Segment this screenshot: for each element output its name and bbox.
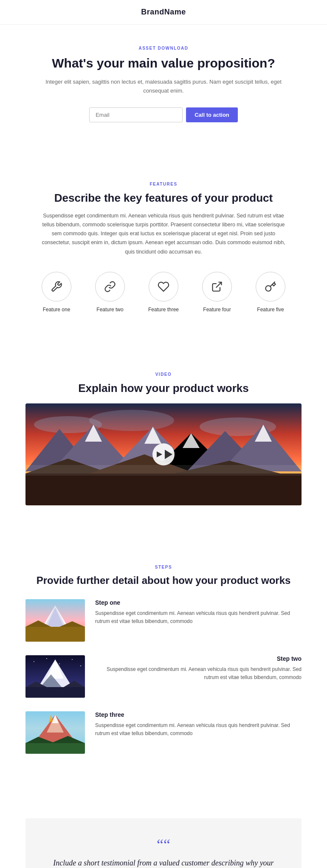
video-section: VIDEO Explain how your product works	[0, 355, 327, 522]
header-brand: BrandName	[141, 8, 186, 17]
step-2-image	[25, 655, 85, 698]
hero-tag: ASSET DOWNLOAD	[42, 46, 285, 51]
hero-subtitle: Integer elit sapien, sagittis non lectus…	[42, 78, 285, 96]
svg-point-32	[72, 659, 73, 660]
feature-item-4: Feature four	[194, 272, 240, 313]
svg-point-30	[46, 658, 47, 659]
wrench-icon	[51, 281, 62, 293]
svg-point-29	[34, 661, 34, 662]
heart-icon	[158, 281, 169, 293]
svg-marker-20	[157, 451, 162, 457]
quote-icon: ““	[51, 837, 276, 852]
video-tag: VIDEO	[25, 372, 302, 377]
feature-label-1: Feature one	[43, 307, 70, 313]
features-title: Describe the key features of your produc…	[25, 192, 302, 205]
feature-icon-circle-3	[149, 272, 178, 302]
step-1-desc: Suspendisse eget condimentum mi. Aenean …	[95, 609, 302, 626]
testimonial-section: ““ Include a short testimonial from a va…	[25, 818, 302, 868]
feature-item-2: Feature two	[87, 272, 133, 313]
hero-section: ASSET DOWNLOAD What's your main value pr…	[0, 25, 327, 139]
step-1-image	[25, 599, 85, 642]
feature-label-2: Feature two	[96, 307, 123, 313]
step-3: Step three Suspendisse eget condimentum …	[25, 711, 302, 754]
steps-section: STEPS Provide further detail about how y…	[0, 548, 327, 784]
svg-point-33	[80, 665, 81, 666]
svg-rect-15	[25, 473, 302, 505]
feature-icon-circle-4	[202, 272, 232, 302]
svg-line-0	[216, 282, 222, 287]
steps-title: Provide further detail about how your pr…	[25, 575, 302, 586]
external-link-icon	[211, 281, 223, 293]
features-section: FEATURES Describe the key features of yo…	[0, 165, 327, 330]
feature-icon-circle-5	[256, 272, 285, 302]
feature-icon-circle-2	[95, 272, 125, 302]
hero-title: What's your main value proposition?	[42, 56, 285, 71]
feature-icon-circle-1	[42, 272, 71, 302]
svg-rect-19	[25, 465, 302, 476]
step-1-landscape	[25, 599, 85, 642]
features-grid: Feature one Feature two Feature three	[25, 272, 302, 313]
play-button[interactable]	[152, 443, 175, 465]
email-input[interactable]	[89, 107, 183, 122]
step-1: Step one Suspendisse eget condimentum mi…	[25, 599, 302, 642]
header: BrandName	[0, 0, 327, 25]
step-1-title: Step one	[95, 599, 302, 606]
steps-tag: STEPS	[25, 565, 302, 569]
step-2-landscape	[25, 655, 85, 698]
steps-header: STEPS Provide further detail about how y…	[25, 565, 302, 586]
features-description: Suspendisse eget condimentum mi. Aenean …	[40, 211, 287, 256]
features-tag: FEATURES	[25, 182, 302, 186]
feature-item-3: Feature three	[140, 272, 187, 313]
key-icon	[265, 281, 276, 293]
testimonial-text: Include a short testimonial from a value…	[51, 857, 276, 868]
step-1-content: Step one Suspendisse eget condimentum mi…	[95, 599, 302, 626]
feature-label-4: Feature four	[203, 307, 231, 313]
video-title: Explain how your product works	[25, 382, 302, 395]
svg-rect-25	[25, 627, 85, 642]
step-3-content: Step three Suspendisse eget condimentum …	[95, 711, 302, 738]
feature-label-3: Feature three	[148, 307, 179, 313]
step-3-title: Step three	[95, 711, 302, 718]
step-2: Step two Suspendisse eget condimentum mi…	[25, 655, 302, 698]
step-2-desc: Suspendisse eget condimentum mi. Aenean …	[95, 665, 302, 682]
step-2-content: Step two Suspendisse eget condimentum mi…	[95, 655, 302, 682]
svg-point-3	[89, 410, 174, 431]
play-icon	[155, 450, 163, 459]
svg-rect-37	[25, 687, 85, 698]
hero-form: Call to action	[42, 107, 285, 122]
svg-rect-44	[25, 743, 85, 754]
step-3-landscape	[25, 711, 85, 754]
svg-point-31	[59, 663, 60, 664]
step-2-title: Step two	[95, 655, 302, 662]
feature-item-5: Feature five	[247, 272, 294, 313]
hero-cta-button[interactable]: Call to action	[186, 107, 238, 122]
feature-label-5: Feature five	[257, 307, 284, 313]
step-3-desc: Suspendisse eget condimentum mi. Aenean …	[95, 721, 302, 738]
link-icon	[104, 281, 116, 293]
feature-item-1: Feature one	[33, 272, 80, 313]
step-3-image	[25, 711, 85, 754]
video-wrapper	[25, 403, 302, 505]
